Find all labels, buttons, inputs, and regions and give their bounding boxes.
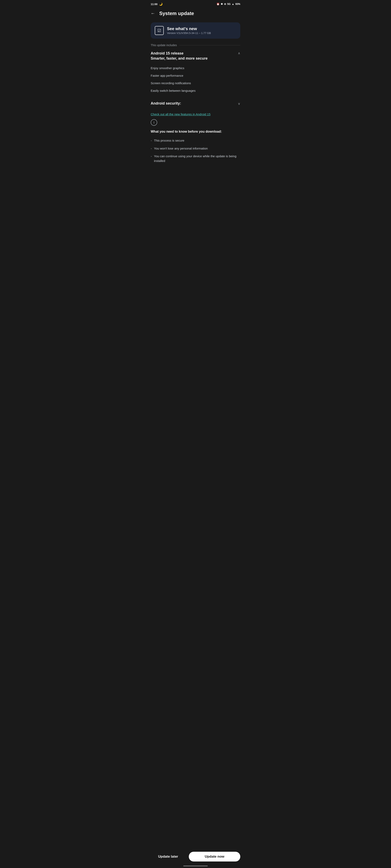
list-item: Enjoy smoother graphics [151, 64, 240, 72]
status-right: ⏰ ✱ ⊖ 5G ▲ 93% [217, 3, 240, 5]
main-content: Android 15 releaseSmarter, faster, and m… [147, 51, 244, 165]
android15-section-header[interactable]: Android 15 releaseSmarter, faster, and m… [151, 51, 240, 61]
update-card-text: See what's new Version V1UV35H.5-34-11 –… [167, 26, 211, 35]
chevron-up-icon: ∧ [238, 51, 240, 55]
divider-label: This update includes [151, 43, 177, 47]
update-card[interactable]: ☑ See what's new Version V1UV35H.5-34-11… [151, 22, 240, 39]
feature-list: Enjoy smoother graphics Faster app perfo… [151, 64, 240, 94]
list-item: Screen recording notifications [151, 79, 240, 87]
list-item: You can continue using your device while… [151, 152, 240, 165]
card-title: See what's new [167, 26, 211, 31]
info-title: What you need to know before you downloa… [151, 130, 240, 133]
back-button[interactable]: ← [151, 11, 155, 16]
update-now-button[interactable]: Update now [189, 852, 240, 862]
dnd-icon: ⊖ [224, 3, 226, 5]
home-indicator [183, 866, 208, 866]
features-link[interactable]: Check out all the new features in Androi… [151, 113, 240, 116]
bottom-action-bar: Update later Update now [147, 848, 244, 868]
info-letter: i [153, 121, 155, 124]
alarm-icon: ⏰ [217, 3, 220, 5]
list-item: Faster app performance [151, 72, 240, 79]
status-left: 11:00 🌙 [151, 2, 163, 6]
signal-icon: ▲ [232, 3, 234, 5]
time: 11:00 [151, 3, 158, 6]
list-item: Easily switch between languages [151, 87, 240, 94]
android15-section-title: Android 15 releaseSmarter, faster, and m… [151, 51, 238, 61]
bluetooth-icon: ✱ [221, 3, 223, 5]
android15-section: Android 15 releaseSmarter, faster, and m… [151, 51, 240, 94]
moon-icon: 🌙 [159, 2, 163, 6]
header: ← System update [147, 7, 244, 20]
divider-line [179, 45, 240, 45]
security-section[interactable]: Android security: ∨ [151, 99, 240, 107]
card-subtitle: Version V1UV35H.5-34-11 – 1.77 GB [167, 32, 211, 35]
section-divider: This update includes [147, 43, 244, 47]
status-bar: 11:00 🌙 ⏰ ✱ ⊖ 5G ▲ 93% [147, 0, 244, 7]
info-icon: i [151, 119, 157, 126]
battery-label: 93% [235, 3, 240, 5]
network-label: 5G [227, 3, 230, 5]
update-card-icon: ☑ [155, 26, 164, 35]
chevron-down-icon: ∨ [238, 102, 240, 105]
checkbox-icon: ☑ [158, 28, 161, 33]
update-later-button[interactable]: Update later [151, 852, 186, 862]
list-item: This process is secure [151, 137, 240, 145]
info-section: What you need to know before you downloa… [151, 130, 240, 165]
page-title: System update [159, 10, 194, 16]
info-list: This process is secure You won't lose an… [151, 137, 240, 165]
security-title: Android security: [151, 101, 181, 105]
list-item: You won't lose any personal information [151, 145, 240, 153]
